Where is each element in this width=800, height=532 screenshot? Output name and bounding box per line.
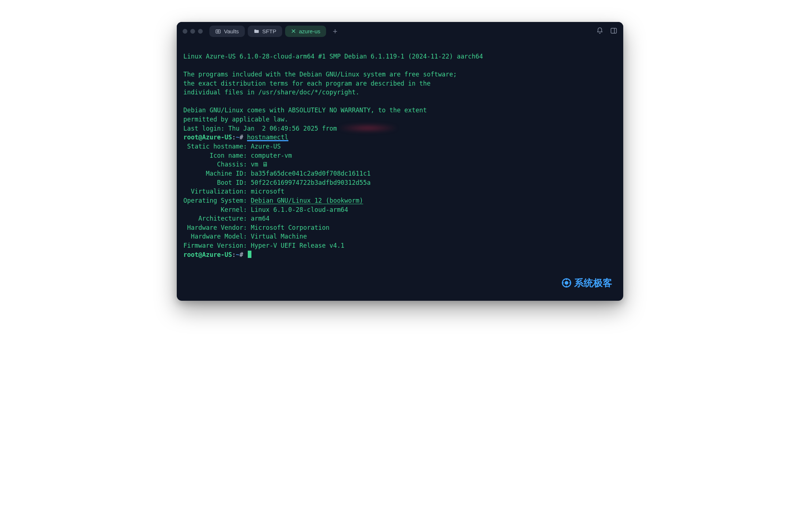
last-login: Last login: Thu Jan 2 06:49:56 2025 from bbox=[183, 125, 337, 132]
hostnamectl-row: Hardware Vendor: Microsoft Corporation bbox=[183, 224, 329, 231]
svg-point-1 bbox=[217, 31, 219, 32]
cursor bbox=[248, 251, 251, 258]
minimize-window-button[interactable] bbox=[190, 29, 195, 34]
hostnamectl-output: Static hostname: Azure-US Icon name: com… bbox=[183, 142, 617, 250]
window-controls bbox=[183, 29, 203, 34]
hostnamectl-row: Operating System: Debian GNU/Linux 12 (b… bbox=[183, 197, 363, 204]
tab-sftp[interactable]: SFTP bbox=[248, 26, 282, 37]
prompt-symbol: # bbox=[240, 251, 243, 258]
prompt-user-host: root@Azure-US bbox=[183, 134, 232, 141]
maximize-window-button[interactable] bbox=[198, 29, 203, 34]
folder-icon bbox=[254, 29, 259, 34]
close-window-button[interactable] bbox=[183, 29, 187, 34]
motd-line: the exact distribution terms for each pr… bbox=[183, 80, 431, 87]
titlebar-actions bbox=[596, 27, 617, 36]
hostnamectl-row: Architecture: arm64 bbox=[183, 215, 269, 222]
watermark: 系统极客 bbox=[561, 276, 612, 290]
prompt-user-host: root@Azure-US bbox=[183, 251, 232, 258]
motd-line: The programs included with the Debian GN… bbox=[183, 71, 457, 78]
close-tab-icon[interactable] bbox=[291, 29, 296, 34]
hostnamectl-row: Icon name: computer-vm bbox=[183, 152, 292, 159]
vault-icon bbox=[215, 29, 221, 34]
motd-line: permitted by applicable law. bbox=[183, 116, 288, 123]
prompt-sep: : bbox=[232, 134, 236, 141]
motd-line: Linux Azure-US 6.1.0-28-cloud-arm64 #1 S… bbox=[183, 53, 483, 60]
tab-bar: Vaults SFTP azure-us + bbox=[209, 26, 341, 37]
hostnamectl-row: Firmware Version: Hyper-V UEFI Release v… bbox=[183, 242, 344, 249]
tab-azure-us[interactable]: azure-us bbox=[285, 26, 326, 37]
add-tab-button[interactable]: + bbox=[329, 27, 341, 35]
hostnamectl-row: Machine ID: ba35fa65dce041c2a9d0f708dc16… bbox=[183, 170, 371, 177]
motd-line: Debian GNU/Linux comes with ABSOLUTELY N… bbox=[183, 106, 427, 114]
hostnamectl-row: Static hostname: Azure-US bbox=[183, 143, 281, 150]
tab-label: SFTP bbox=[262, 28, 276, 34]
terminal-output[interactable]: Linux Azure-US 6.1.0-28-cloud-arm64 #1 S… bbox=[177, 39, 623, 301]
hostnamectl-row: Boot ID: 50f22c6169974722b3adfbd90312d55… bbox=[183, 179, 371, 186]
svg-rect-5 bbox=[611, 28, 617, 33]
motd-line: individual files in /usr/share/doc/*/cop… bbox=[183, 89, 359, 96]
prompt-path: ~ bbox=[236, 251, 239, 258]
notifications-icon[interactable] bbox=[596, 27, 603, 36]
prompt-path: ~ bbox=[236, 134, 239, 141]
tab-label: Vaults bbox=[224, 28, 239, 34]
hostnamectl-row: Hardware Model: Virtual Machine bbox=[183, 233, 307, 240]
watermark-text: 系统极客 bbox=[574, 276, 612, 290]
tab-vaults[interactable]: Vaults bbox=[209, 26, 245, 37]
prompt-sep: : bbox=[232, 251, 236, 258]
terminal-window: Vaults SFTP azure-us + bbox=[177, 22, 623, 301]
prompt-symbol: # bbox=[240, 134, 243, 141]
hostnamectl-row: Virtualization: microsoft bbox=[183, 188, 284, 195]
tab-label: azure-us bbox=[299, 28, 320, 34]
hostnamectl-row: Chassis: vm 🖥 bbox=[183, 161, 268, 168]
redacted-ip bbox=[339, 124, 397, 132]
titlebar: Vaults SFTP azure-us + bbox=[177, 22, 623, 39]
panel-toggle-icon[interactable] bbox=[610, 27, 617, 36]
command-text: hostnamectl bbox=[247, 134, 288, 141]
svg-point-8 bbox=[565, 282, 568, 285]
hostnamectl-row: Kernel: Linux 6.1.0-28-cloud-arm64 bbox=[183, 206, 348, 213]
